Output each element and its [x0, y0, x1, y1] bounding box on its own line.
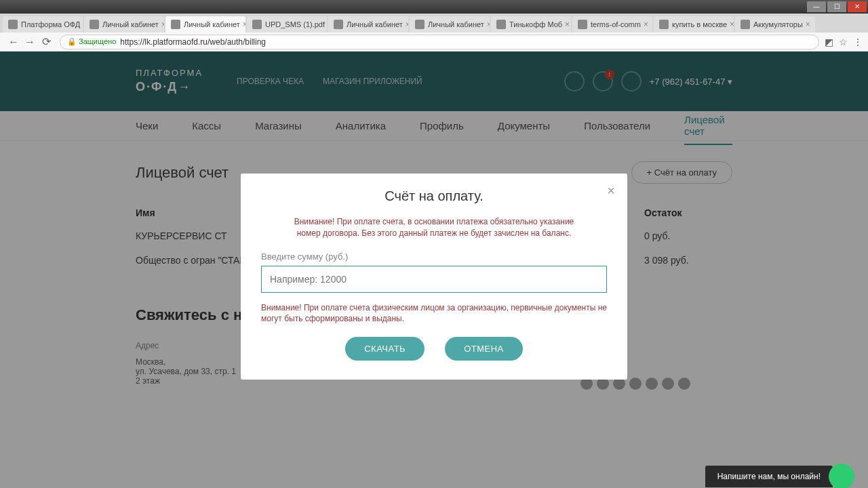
menu-icon[interactable]: ⋮ [853, 37, 863, 47]
chat-widget[interactable]: Напишите нам, мы онлайн! [705, 465, 854, 488]
browser-tab[interactable]: Платформа ОФД× [3, 16, 83, 33]
modal: × Счёт на оплату. Внимание! При оплате с… [241, 174, 627, 380]
favicon-icon [334, 20, 343, 29]
browser-tab[interactable]: terms-of-comm× [572, 16, 652, 33]
favicon-icon [415, 20, 425, 29]
urlbar: ← → ⟳ 🔒 Защищено https://lk.platformaofd… [0, 33, 868, 52]
tabs-row: Платформа ОФД×Личный кабинет×Личный каби… [0, 14, 868, 33]
page: ПЛАТФОРМА О·Ф·Д→ ПРОВЕРКА ЧЕКА МАГАЗИН П… [0, 52, 868, 488]
favicon-icon [90, 20, 99, 29]
close-icon[interactable]: × [607, 183, 615, 199]
tab-close-icon[interactable]: × [641, 20, 648, 29]
favicon-icon [659, 20, 669, 29]
modal-title: Счёт на оплату. [261, 188, 607, 204]
tab-label: Аккумуляторы [753, 20, 803, 28]
tab-close-icon[interactable]: × [240, 20, 245, 29]
tab-close-icon[interactable]: × [562, 20, 570, 29]
favicon-icon [8, 20, 18, 29]
window-maximize[interactable]: ☐ [827, 1, 846, 12]
modal-warning-1: Внимание! При оплате счета, в основании … [261, 216, 607, 239]
tab-close-icon[interactable]: × [325, 20, 327, 29]
nav-forward[interactable]: → [22, 34, 38, 50]
chat-bubble-icon[interactable] [829, 464, 854, 488]
favicon-icon [252, 20, 262, 29]
window-titlebar: — ☐ ✕ [0, 0, 868, 14]
browser-tab[interactable]: Личный кабинет× [328, 16, 408, 33]
tab-label: Платформа ОФД [21, 20, 80, 28]
chat-bar[interactable]: Напишите нам, мы онлайн! [705, 466, 833, 487]
favicon-icon [578, 20, 587, 29]
browser-tab[interactable]: Аккумуляторы× [735, 16, 815, 33]
tab-label: UPD_SMS (1).pdf [265, 20, 325, 28]
tab-label: Личный кабинет [184, 20, 240, 28]
browser-tab[interactable]: Личный кабинет× [165, 16, 245, 33]
browser-tab[interactable]: Личный кабинет× [84, 16, 164, 33]
browser-tab[interactable]: UPD_SMS (1).pdf× [247, 16, 327, 33]
tab-close-icon[interactable]: × [727, 20, 734, 29]
modal-overlay[interactable]: × Счёт на оплату. Внимание! При оплате с… [0, 52, 868, 488]
browser-tab[interactable]: купить в москве× [654, 16, 734, 33]
tab-label: Личный кабинет [428, 20, 484, 28]
nav-reload[interactable]: ⟳ [38, 34, 54, 50]
tab-label: Личный кабинет [102, 20, 159, 28]
browser-tab[interactable]: Личный кабинет× [410, 16, 490, 33]
tab-label: terms-of-comm [591, 20, 641, 28]
tab-label: Личный кабинет [347, 20, 403, 28]
tab-label: Тинькофф Моб [509, 20, 562, 28]
tab-label: купить в москве [672, 20, 727, 28]
amount-input[interactable] [261, 266, 607, 293]
tab-close-icon[interactable]: × [484, 20, 490, 29]
tab-close-icon[interactable]: × [80, 20, 83, 29]
tab-close-icon[interactable]: × [403, 20, 408, 29]
window-close[interactable]: ✕ [848, 1, 867, 12]
amount-label: Введите сумму (руб.) [261, 251, 607, 262]
secure-badge: 🔒 Защищено [67, 37, 116, 46]
window-minimize[interactable]: — [807, 1, 826, 12]
modal-warning-2: Внимание! При оплате счета физическим ли… [261, 302, 607, 325]
nav-back[interactable]: ← [5, 34, 22, 50]
favicon-icon [741, 20, 750, 29]
tab-close-icon[interactable]: × [159, 20, 164, 29]
url-text: https://lk.platformaofd.ru/web/auth/bill… [120, 37, 266, 47]
tab-close-icon[interactable]: × [803, 20, 810, 29]
url-field[interactable]: 🔒 Защищено https://lk.platformaofd.ru/we… [60, 35, 819, 49]
favicon-icon [496, 20, 506, 29]
browser-tab[interactable]: Тинькофф Моб× [491, 16, 571, 33]
download-button[interactable]: СКАЧАТЬ [345, 337, 425, 361]
favicon-icon [171, 20, 180, 29]
cast-icon[interactable]: ◩ [825, 37, 833, 47]
star-icon[interactable]: ☆ [839, 37, 848, 47]
cancel-button[interactable]: ОТМЕНА [445, 337, 523, 361]
